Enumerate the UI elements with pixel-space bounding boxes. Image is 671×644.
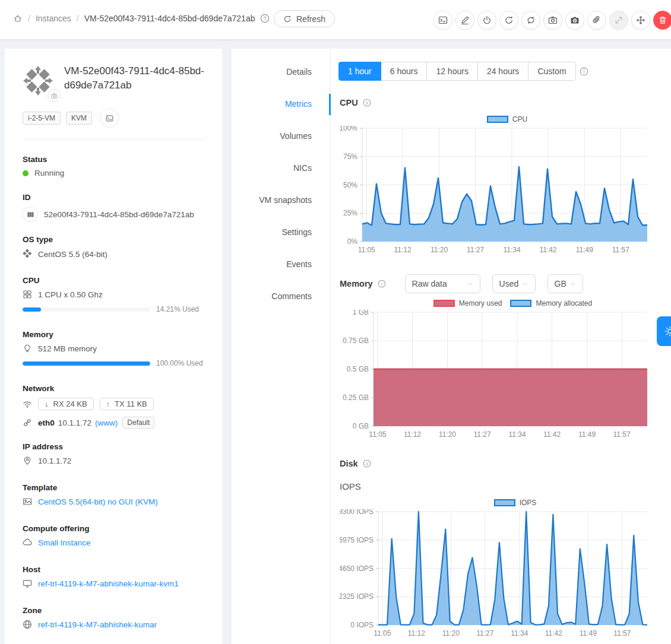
logo-camera-badge[interactable] (48, 89, 61, 102)
os-icon (23, 249, 32, 260)
status-dot (23, 170, 29, 176)
camera-clock-icon (570, 15, 580, 25)
range-custom[interactable]: Custom (528, 62, 575, 81)
svg-text:11:57: 11:57 (613, 629, 631, 637)
attach-iso-button[interactable] (587, 11, 606, 30)
tab-events[interactable]: Events (232, 259, 330, 270)
reinstall-instance-button[interactable] (521, 11, 540, 30)
tag-hypervisor: KVM (66, 112, 92, 125)
svg-text:11:42: 11:42 (543, 430, 561, 439)
host-link[interactable]: ref-trl-4119-k-M7-abhishek-kumar-kvm1 (38, 579, 179, 588)
help-icon[interactable]: ? (260, 14, 270, 23)
view-console-button[interactable] (433, 11, 452, 30)
nic-ip: 10.1.1.72 (58, 418, 91, 427)
svg-text:66975 IOPS: 66975 IOPS (340, 536, 374, 544)
svg-text:11:05: 11:05 (358, 246, 375, 254)
disk-info-icon[interactable]: i (363, 459, 371, 468)
tx-pill[interactable]: ↑TX 11 KB (100, 398, 154, 410)
breadcrumb-current-vm: VM-52e00f43-7911-4dc4-85bd-d69de7a721ab (84, 14, 255, 23)
cpu-chart-heading: CPU i (340, 98, 371, 107)
edit-icon (460, 15, 470, 25)
range-1-hour[interactable]: 1 hour (338, 62, 381, 81)
network-section: Network ↓RX 24 KB ↑TX 11 KB eth0 10.1.1.… (23, 384, 210, 429)
refresh-button[interactable]: Refresh (274, 10, 335, 27)
cloudstack-instance-page: / Instances / VM-52e00f43-7911-4dc4-85bd… (0, 0, 671, 644)
home-icon[interactable] (13, 14, 23, 23)
reboot-instance-button[interactable] (499, 11, 518, 30)
zone-link[interactable]: ref-trl-4119-k-M7-abhishek-kumar (38, 620, 157, 629)
tab-nics[interactable]: NICs (232, 163, 330, 174)
svg-text:0%: 0% (347, 237, 358, 246)
os-value: CentOS 5.5 (64-bit) (38, 250, 107, 259)
tab-details[interactable]: Details (232, 67, 330, 78)
memory-info-icon[interactable]: i (378, 280, 386, 288)
template-link[interactable]: CentOS 5.5(64-bit) no GUI (KVM) (38, 497, 158, 506)
legend-swatch (510, 300, 531, 307)
time-range-info-icon[interactable]: i (580, 67, 588, 76)
svg-text:11:05: 11:05 (374, 629, 391, 637)
svg-text:11:27: 11:27 (476, 629, 493, 637)
cpu-info-icon[interactable]: i (363, 99, 371, 107)
tab-volumes[interactable]: Volumes (232, 131, 330, 142)
svg-text:11:42: 11:42 (545, 629, 562, 637)
memory-value: 512 MB memory (38, 344, 97, 353)
legend-item[interactable]: Memory allocated (510, 299, 592, 307)
range-24-hours[interactable]: 24 hours (477, 62, 528, 81)
gear-icon (664, 325, 671, 337)
memory-used-text: 100.00% Used (156, 359, 203, 367)
tab-metrics[interactable]: Metrics (232, 99, 330, 110)
memory-chart: Memory usedMemory allocated0 GB0.25 GB0.… (340, 297, 652, 443)
range-6-hours[interactable]: 6 hours (381, 62, 428, 81)
legend-item[interactable]: Memory used (433, 299, 502, 307)
location-pin-icon (23, 456, 32, 465)
cpu-progress-bar (23, 307, 150, 312)
tab-comments[interactable]: Comments (232, 291, 330, 302)
breadcrumb-instances[interactable]: Instances (36, 14, 71, 23)
memory-metric-select[interactable]: Used (492, 274, 536, 293)
arrow-up-icon: ↑ (106, 399, 110, 408)
memory-unit-select[interactable]: GB (547, 274, 583, 293)
migrate-instance-button[interactable] (631, 11, 650, 30)
status-section: Status Running (23, 155, 210, 177)
scale-vm-button[interactable] (609, 11, 628, 30)
ip-section: IP address 10.1.1.72 (23, 442, 210, 465)
nic-name: eth0 (38, 418, 55, 427)
legend-item[interactable]: IOPS (494, 499, 537, 507)
svg-text:11:20: 11:20 (439, 430, 456, 439)
take-volume-snapshot-button[interactable] (565, 11, 584, 30)
create-vm-snapshot-button[interactable] (543, 11, 562, 30)
svg-text:0.5 GB: 0.5 GB (347, 365, 369, 373)
vm-id-value: 52e00f43-7911-4dc4-85bd-d69de7a721ab (44, 210, 194, 219)
rx-pill[interactable]: ↓RX 24 KB (38, 398, 94, 410)
svg-text:0 GB: 0 GB (353, 422, 369, 430)
legend-item[interactable]: CPU (487, 115, 527, 123)
open-console-button[interactable] (100, 109, 119, 128)
tab-vm-snapshots[interactable]: VM snapshots (232, 195, 330, 206)
edit-instance-button[interactable] (455, 11, 474, 30)
detail-tabs-nav: Details Metrics Volumes NICs VM snapshot… (232, 49, 331, 644)
stop-instance-button[interactable] (477, 11, 496, 30)
svg-text:44650 IOPS: 44650 IOPS (340, 564, 374, 573)
theme-settings-button[interactable] (657, 316, 671, 346)
tag-internal-name: i-2-5-VM (23, 112, 61, 125)
breadcrumb: / Instances / VM-52e00f43-7911-4dc4-85bd… (13, 14, 270, 23)
memory-progress-bar (23, 361, 150, 366)
range-12-hours[interactable]: 12 hours (426, 62, 477, 81)
legend-label: Memory allocated (536, 299, 592, 307)
svg-text:11:42: 11:42 (539, 246, 556, 254)
arrow-down-icon: ↓ (45, 399, 49, 408)
cloud-icon (23, 538, 32, 547)
divider (23, 139, 204, 139)
offering-section: Compute offering Small Instance (23, 524, 210, 547)
svg-text:11:05: 11:05 (369, 430, 386, 439)
app-header: / Instances / VM-52e00f43-7911-4dc4-85bd… (0, 0, 671, 39)
offering-link[interactable]: Small Instance (38, 538, 91, 547)
nic-network-link[interactable]: (www) (95, 418, 118, 427)
memory-data-select[interactable]: Raw data (405, 274, 480, 293)
cpu-used-text: 14.21% Used (156, 305, 199, 313)
legend-swatch (494, 499, 515, 506)
destroy-instance-button[interactable] (653, 11, 671, 30)
trash-icon (658, 15, 667, 25)
power-icon (482, 15, 492, 25)
tab-settings[interactable]: Settings (232, 227, 330, 238)
